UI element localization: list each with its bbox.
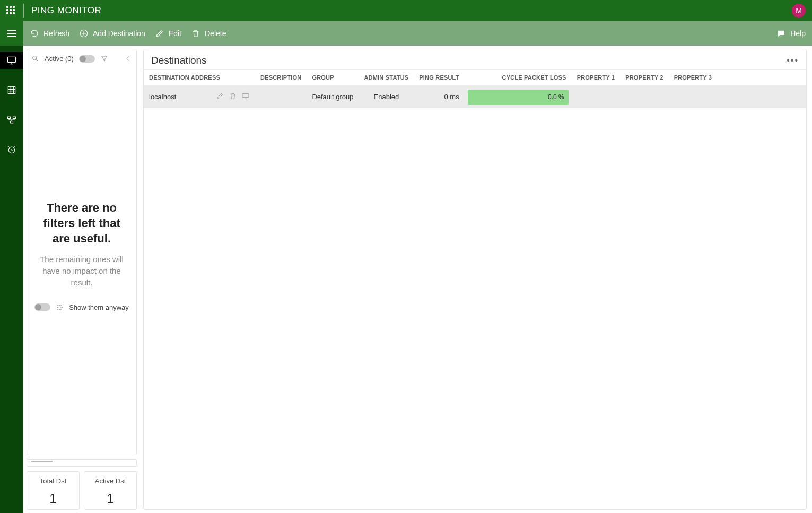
svg-rect-11 [242,93,249,97]
cell-ping: 0 ms [414,85,464,109]
svg-point-10 [60,309,62,310]
col-desc[interactable]: DESCRIPTION [255,70,307,85]
plus-circle-icon [79,29,89,38]
hamburger-button[interactable] [0,21,23,46]
cell-p1 [572,85,621,109]
row-delete-icon[interactable] [229,92,237,102]
chevron-left-icon[interactable] [124,55,132,63]
app-title: PING MONITOR [31,5,101,16]
filters-empty-heading: There are no filters left that are usefu… [34,201,129,246]
cell-group: Default group [307,85,359,109]
cell-desc [255,85,307,109]
avatar[interactable]: M [792,4,806,18]
stat-total-value: 1 [29,491,77,506]
nav-network[interactable] [0,111,23,128]
titlebar: PING MONITOR M [0,0,812,21]
filter-active-label: Active (0) [45,55,74,63]
row-edit-icon[interactable] [216,92,224,102]
stat-active-value: 1 [86,491,134,506]
delete-button[interactable]: Delete [191,29,226,38]
svg-rect-5 [11,121,13,123]
show-anyway-toggle[interactable] [34,303,50,311]
col-p3[interactable]: PROPERTY 3 [669,70,806,85]
nav-grid[interactable] [0,82,23,99]
cell-dest: localhost [149,93,176,101]
col-p2[interactable]: PROPERTY 2 [620,70,669,85]
col-loss[interactable]: CYCLE PACKET LOSS [465,70,572,85]
sidenav [0,46,23,513]
filter-column: Active (0) There are no filters left tha… [23,46,140,513]
svg-rect-1 [8,57,16,62]
col-ping[interactable]: PING RESULT [414,70,464,85]
edit-label: Edit [169,29,181,38]
delete-label: Delete [205,29,226,38]
cell-admin: Enabled [359,85,414,109]
toolbar: Refresh Add Destination Edit Delete Hel [23,21,812,46]
collapsed-panel[interactable] [27,459,137,467]
active-filter-toggle[interactable] [79,55,95,63]
col-p1[interactable]: PROPERTY 1 [572,70,621,85]
pencil-icon [155,29,164,38]
funnel-icon[interactable] [100,55,108,63]
content-area: Destinations ••• DESTINATION ADDRESS DES… [140,46,812,513]
help-button[interactable]: Help [776,29,806,38]
nav-monitor[interactable] [0,52,23,69]
stat-total-label: Total Dst [29,477,77,485]
svg-point-7 [33,56,37,60]
stat-total-dst: Total Dst 1 [27,471,80,510]
refresh-button[interactable]: Refresh [30,29,69,38]
cell-loss: 0.0 % [548,93,564,101]
col-admin[interactable]: ADMIN STATUS [359,70,414,85]
more-menu-icon[interactable]: ••• [787,56,799,65]
table-row[interactable]: localhost Default group Enabled [144,85,806,109]
refresh-label: Refresh [43,29,69,38]
search-icon[interactable] [31,55,39,63]
col-group[interactable]: GROUP [307,70,359,85]
refresh-icon [30,29,39,38]
filter-panel: Active (0) There are no filters left tha… [27,49,137,455]
show-anyway-label: Show them anyway [69,303,129,311]
list-settings-icon[interactable] [56,303,64,311]
svg-point-9 [61,307,63,308]
trash-icon [191,29,200,38]
row-monitor-icon[interactable] [241,92,250,102]
apps-grid-icon[interactable] [6,6,16,15]
col-dest[interactable]: DESTINATION ADDRESS [144,70,255,85]
stats-row: Total Dst 1 Active Dst 1 [27,471,137,510]
stat-active-dst: Active Dst 1 [84,471,137,510]
destinations-table: DESTINATION ADDRESS DESCRIPTION GROUP AD… [144,69,806,109]
filters-empty-sub: The remaining ones will have no impact o… [34,254,129,288]
edit-button[interactable]: Edit [155,29,181,38]
cell-p3 [669,85,806,109]
svg-rect-2 [8,86,15,93]
nav-alarm[interactable] [0,141,23,158]
svg-rect-4 [13,117,16,118]
titlebar-divider [23,4,24,18]
add-destination-button[interactable]: Add Destination [79,29,145,38]
help-label: Help [790,29,806,38]
help-chat-icon [776,29,786,38]
svg-rect-3 [8,117,11,118]
add-destination-label: Add Destination [93,29,145,38]
packet-loss-bar: 0.0 % [468,90,569,105]
content-title: Destinations [151,55,207,66]
svg-point-8 [60,305,62,306]
cell-p2 [620,85,669,109]
stat-active-label: Active Dst [86,477,134,485]
